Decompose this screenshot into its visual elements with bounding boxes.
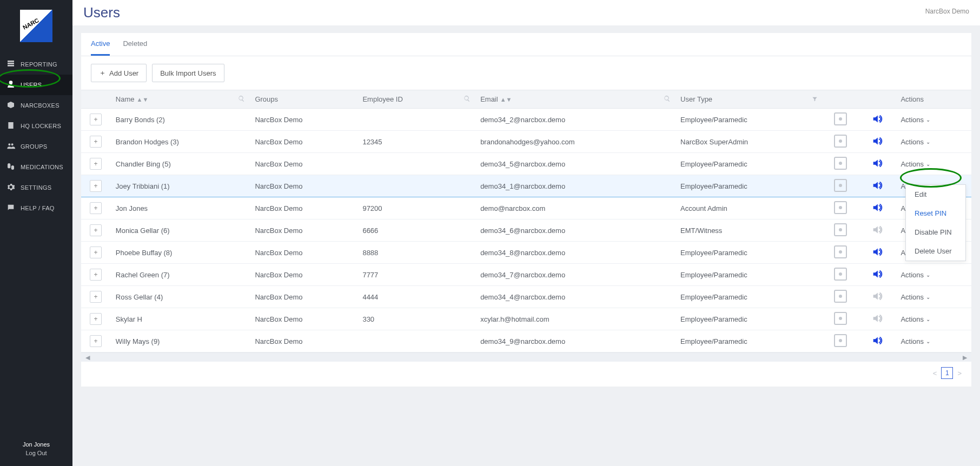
col-name[interactable]: Name▲▼ (110, 90, 250, 109)
pin-status-icon[interactable] (834, 223, 847, 236)
sound-icon[interactable] (871, 296, 883, 304)
sound-icon[interactable] (871, 141, 883, 149)
expand-row-button[interactable]: + (90, 180, 102, 192)
search-icon[interactable] (238, 95, 245, 104)
settings-icon (6, 183, 15, 192)
cell-group: NarcBox Demo (249, 219, 357, 242)
sound-icon[interactable] (871, 229, 883, 237)
tab-active[interactable]: Active (91, 33, 110, 56)
logout-link[interactable]: Log Out (0, 450, 72, 456)
row-actions-button[interactable]: Actions ⌄ (900, 293, 930, 301)
row-actions-button[interactable]: Actions ⌄ (900, 138, 930, 146)
cell-employee-id: 6666 (357, 219, 475, 242)
col-groups[interactable]: Groups (249, 90, 357, 109)
sidebar-item-settings[interactable]: SETTINGS (0, 177, 72, 198)
sound-icon[interactable] (871, 185, 883, 193)
pin-status-icon[interactable] (834, 268, 847, 281)
sidebar-item-hq-lockers[interactable]: HQ LOCKERS (0, 116, 72, 136)
dropdown-disable-pin[interactable]: Disable PIN (906, 223, 965, 242)
add-user-button[interactable]: ＋ Add User (91, 64, 147, 82)
col-employee-id[interactable]: Employee ID (357, 90, 475, 109)
sound-icon[interactable] (871, 163, 883, 171)
current-user-name: Jon Jones (0, 441, 72, 448)
sidebar-item-narcboxes[interactable]: NARCBOXES (0, 95, 72, 116)
pager-prev[interactable]: < (933, 369, 937, 377)
sound-icon[interactable] (871, 118, 883, 127)
pin-status-icon[interactable] (834, 201, 847, 214)
cell-user-type: Account Admin (675, 197, 822, 219)
pin-status-icon[interactable] (834, 112, 847, 125)
expand-row-button[interactable]: + (90, 269, 102, 281)
sound-icon[interactable] (871, 274, 883, 282)
dropdown-edit[interactable]: Edit (906, 185, 965, 204)
row-actions-button[interactable]: Actions ⌄ (900, 271, 930, 279)
expand-row-button[interactable]: + (90, 158, 102, 170)
breadcrumb: NarcBox Demo (925, 4, 969, 15)
cell-user-type: Employee/Paramedic (675, 308, 822, 330)
toolbar: ＋ Add User Bulk Import Users (81, 56, 971, 90)
sidebar-item-reporting[interactable]: REPORTING (0, 54, 72, 75)
sidebar-item-groups[interactable]: GROUPS (0, 136, 72, 157)
expand-row-button[interactable]: + (90, 224, 102, 236)
pin-status-icon[interactable] (834, 245, 847, 258)
pin-status-icon[interactable] (834, 179, 847, 192)
dropdown-delete-user[interactable]: Delete User (906, 242, 965, 261)
sound-icon[interactable] (871, 340, 883, 348)
cell-employee-id (357, 175, 475, 197)
sound-icon[interactable] (871, 207, 883, 215)
expand-row-button[interactable]: + (90, 114, 102, 125)
cell-group: NarcBox Demo (249, 308, 357, 330)
sort-icon: ▲▼ (137, 96, 149, 103)
sidebar-item-help-faq[interactable]: HELP / FAQ (0, 198, 72, 218)
cell-user-type: EMT/Witness (675, 219, 822, 242)
sidebar-item-users[interactable]: USERS (0, 75, 72, 95)
scroll-right-icon[interactable]: ▶ (963, 354, 967, 361)
table-row: +Skylar HNarcBox Demo330xcylar.h@hotmail… (81, 308, 971, 330)
cell-user-type: Employee/Paramedic (675, 264, 822, 286)
table-row: +Willy Mays (9)NarcBox Demodemo34_9@narc… (81, 330, 971, 352)
pin-status-icon[interactable] (834, 157, 847, 170)
lockers-icon (6, 121, 15, 131)
actions-dropdown: Edit Reset PIN Disable PIN Delete User (905, 184, 966, 261)
horizontal-scrollbar[interactable]: ◀ ▶ (81, 352, 971, 362)
reporting-icon (6, 59, 15, 69)
sound-icon[interactable] (871, 251, 883, 259)
scroll-left-icon[interactable]: ◀ (85, 354, 90, 361)
expand-row-button[interactable]: + (90, 291, 102, 303)
table-row: +Jon JonesNarcBox Demo97200demo@narcbox.… (81, 197, 971, 219)
sidebar-item-label: USERS (21, 82, 42, 88)
expand-row-button[interactable]: + (90, 313, 102, 325)
table-row: +Phoebe Buffay (8)NarcBox Demo8888demo34… (81, 242, 971, 264)
col-email[interactable]: Email▲▼ (475, 90, 675, 109)
filter-icon[interactable] (812, 95, 818, 103)
search-icon[interactable] (664, 95, 671, 104)
cell-email: demo34_9@narcbox.demo (475, 330, 675, 352)
cell-user-type: Employee/Paramedic (675, 109, 822, 131)
bulk-import-button[interactable]: Bulk Import Users (152, 64, 224, 82)
dropdown-reset-pin[interactable]: Reset PIN (906, 204, 965, 223)
sidebar-item-medications[interactable]: MEDICATIONS (0, 157, 72, 177)
row-actions-button[interactable]: Actions ⌄ (900, 315, 930, 323)
cell-user-type: Employee/Paramedic (675, 175, 822, 197)
tab-deleted[interactable]: Deleted (123, 33, 147, 56)
cell-group: NarcBox Demo (249, 330, 357, 352)
pin-status-icon[interactable] (834, 334, 847, 347)
expand-row-button[interactable]: + (90, 136, 102, 148)
pager-page-current[interactable]: 1 (941, 367, 953, 379)
row-actions-button[interactable]: Actions ⌄ (900, 116, 930, 124)
pager-next[interactable]: > (957, 369, 962, 377)
col-user-type[interactable]: User Type (675, 90, 822, 109)
pin-status-icon[interactable] (834, 290, 847, 303)
chevron-down-icon: ⌄ (926, 117, 930, 123)
sound-icon[interactable] (871, 318, 883, 326)
cell-user-type: Employee/Paramedic (675, 286, 822, 308)
cell-employee-id: 97200 (357, 197, 475, 219)
pin-status-icon[interactable] (834, 312, 847, 325)
expand-row-button[interactable]: + (90, 335, 102, 347)
row-actions-button[interactable]: Actions ⌄ (900, 160, 930, 168)
pin-status-icon[interactable] (834, 135, 847, 148)
expand-row-button[interactable]: + (90, 247, 102, 258)
row-actions-button[interactable]: Actions ⌄ (900, 337, 930, 345)
expand-row-button[interactable]: + (90, 202, 102, 214)
search-icon[interactable] (463, 95, 471, 104)
